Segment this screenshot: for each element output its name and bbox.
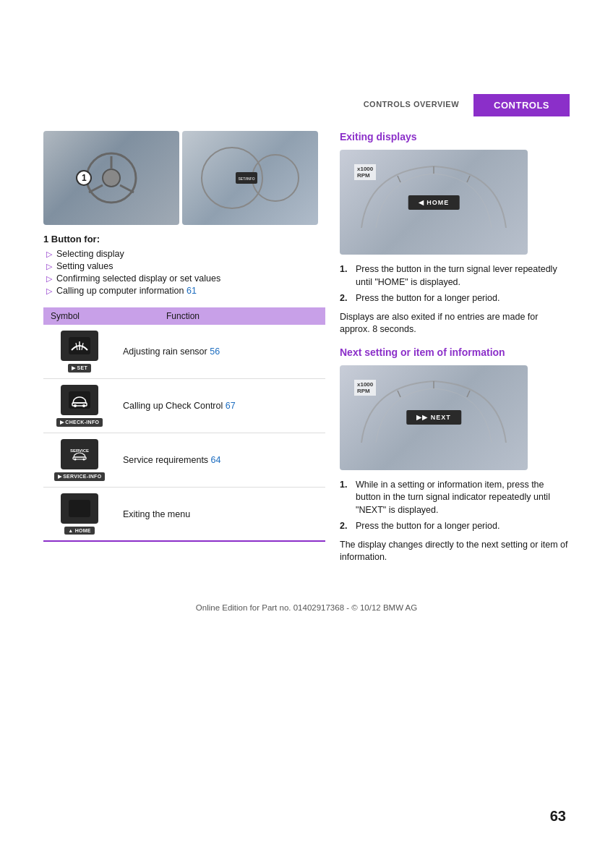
service-icon-img: SERVICE [61,439,98,469]
gauge-image-2: x1000RPM ▶▶ NEXT [340,365,528,470]
page-link-61[interactable]: 61 [187,286,197,296]
list-item: ▷ Setting values [46,261,325,271]
step-item: 2. Press the button for a longer period. [340,520,570,533]
home-icon-img [61,493,98,524]
svg-text:SET/INFO: SET/INFO [238,176,254,181]
arrow-icon: ▷ [46,286,52,296]
arrow-icon: ▷ [46,250,52,259]
svg-text:SERVICE: SERVICE [70,448,89,453]
right-column: Exiting displays x1000RPM ◀ HOME 1. [340,131,570,574]
item-text: Calling up computer information [56,286,187,296]
col-symbol: Symbol [51,311,108,321]
table-header: Symbol Function [43,307,325,325]
set-button: ▶ SET [68,364,91,373]
badge-1: 1 [76,170,92,186]
page-number: 63 [550,808,566,825]
section-title-1: Exiting displays [340,131,570,142]
main-content: 1 SET/INFO [43,131,570,574]
car-icon-img [61,385,98,415]
step-item: 2. Press the button for a longer period. [340,292,570,305]
svg-point-16 [82,404,85,407]
home-overlay: ◀ HOME [408,195,460,210]
symbol-col: SERVICE ▶ SERVICE-INFO [51,439,108,481]
home-icon [67,498,92,519]
symbol-col: ▶ CHECK-INFO [51,385,108,427]
home-button: ▲ HOME [64,527,95,535]
svg-line-4 [120,185,134,192]
footer: Online Edition for Part no. 01402917368 … [0,603,613,626]
arrow-icon: ▷ [46,262,52,271]
symbol-table: Symbol Function ▶ SET [43,307,325,542]
list-item: ▷ Confirming selected display or set val… [46,273,325,284]
svg-point-6 [252,155,299,201]
steps-list-2: 1. While in a setting or information ite… [340,479,570,533]
arrow-icon: ▷ [46,274,52,284]
table-row-check-control: ▶ CHECK-INFO Calling up Check Control 67 [43,379,325,433]
symbol-col: ▶ SET [51,331,108,373]
svg-rect-22 [69,500,90,517]
step-text: Press the button in the turn signal leve… [356,263,570,289]
step-number: 2. [340,520,351,533]
svg-line-25 [467,176,470,182]
button-items-list: ▷ Selecting display ▷ Setting values ▷ C… [43,249,325,296]
page-link-67[interactable]: 67 [226,401,236,411]
section-exiting-displays: Exiting displays x1000RPM ◀ HOME 1. [340,131,570,336]
table-row-rain-sensor: ▶ SET Adjusting rain sensor 56 [43,325,325,379]
left-column: 1 SET/INFO [43,131,325,574]
function-col: Calling up Check Control 67 [123,401,318,411]
header-nav: CONTROLS OVERVIEW CONTROLS [43,94,570,116]
dashboard-images: 1 SET/INFO [43,131,325,225]
svg-line-3 [89,185,103,192]
function-col: Exiting the menu [123,509,318,519]
section-next-setting: Next setting or item of information x100… [340,346,570,564]
button-list: 1 Button for: ▷ Selecting display ▷ Sett… [43,234,325,296]
item-text: Selecting display [56,249,124,259]
tab-controls-overview[interactable]: CONTROLS OVERVIEW [349,94,473,116]
dash-image-right: SET/INFO [182,131,318,225]
page-link-64[interactable]: 64 [211,455,221,465]
car-icon [67,390,92,410]
service-icon: SERVICE [67,444,92,464]
dash-image-left: 1 [43,131,179,225]
step-number: 2. [340,292,351,305]
note-text-2: The display changes directly to the next… [340,539,570,564]
svg-line-24 [398,176,400,182]
note-text-1: Displays are also exited if no entries a… [340,311,570,336]
steps-list-1: 1. Press the button in the turn signal l… [340,263,570,305]
function-col: Service requirements 64 [123,455,318,465]
step-text: Press the button for a longer period. [356,520,500,533]
check-info-button: ▶ CHECK-INFO [56,418,103,427]
button-title: 1 Button for: [43,234,325,244]
svg-point-1 [103,169,120,187]
wiper-icon-img [61,331,98,361]
tab-controls[interactable]: CONTROLS [473,94,570,116]
svg-point-20 [74,459,77,461]
list-item: ▷ Selecting display [46,249,325,259]
page-link-56[interactable]: 56 [210,346,220,357]
svg-line-28 [467,391,470,397]
next-overlay: ▶▶ NEXT [406,410,461,425]
step-number: 1. [340,263,351,276]
function-col: Adjusting rain sensor 56 [123,346,318,357]
table-row-service: SERVICE ▶ SERVICE-INFO Service requireme… [43,433,325,488]
list-item: ▷ Calling up computer information 61 [46,286,325,296]
step-text: While in a setting or information item, … [356,479,570,517]
item-text: Setting values [56,261,113,271]
step-text: Press the button for a longer period. [356,292,500,305]
service-info-button: ▶ SERVICE-INFO [54,472,106,481]
step-item: 1. While in a setting or information ite… [340,479,570,517]
svg-point-21 [83,459,85,461]
svg-point-15 [74,404,77,407]
col-function: Function [166,311,200,321]
section-title-2: Next setting or item of information [340,346,570,358]
gauge-cluster-icon: SET/INFO [192,135,308,221]
svg-line-27 [398,391,400,397]
wiper-icon [67,336,92,356]
step-item: 1. Press the button in the turn signal l… [340,263,570,289]
copyright-text: Online Edition for Part no. 01402917368 … [196,603,417,612]
step-number: 1. [340,479,351,492]
symbol-col: ▲ HOME [51,493,108,535]
gauge-image-1: x1000RPM ◀ HOME [340,150,528,255]
table-row-home: ▲ HOME Exiting the menu [43,488,325,542]
item-text: Confirming selected display or set value… [56,273,220,284]
